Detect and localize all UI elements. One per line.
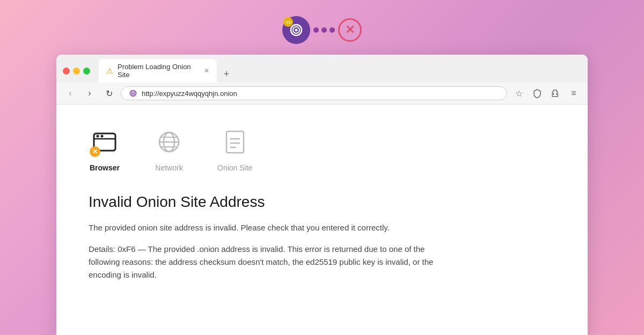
forward-button[interactable]: ›	[82, 86, 97, 101]
toolbar: ‹ › ↻ http://expyuzz4wqqyqhjn.onion ☆	[56, 83, 588, 105]
svg-rect-15	[226, 131, 244, 153]
browser-error-badge: ✕	[90, 146, 100, 157]
url-text: http://expyuzz4wqqyqhjn.onion	[142, 90, 237, 98]
v2-badge: V2	[283, 17, 293, 27]
extensions-button[interactable]	[548, 86, 563, 101]
shield-button[interactable]	[530, 86, 545, 101]
status-item-onion: Onion Site	[217, 126, 252, 172]
network-status-label: Network	[155, 163, 182, 172]
tor-circuit-indicator: V2 ✕	[282, 16, 362, 44]
window-close-button[interactable]	[63, 68, 70, 75]
onion-site-icon	[221, 128, 249, 156]
browser-window: ⚠ Problem Loading Onion Site ✕ + ‹ › ↻ h…	[56, 55, 588, 335]
tab-title: Problem Loading Onion Site	[118, 63, 196, 79]
toolbar-actions: ☆ ≡	[511, 86, 581, 101]
new-tab-button[interactable]: +	[219, 66, 234, 81]
circuit-dot-3	[330, 27, 335, 33]
status-item-network: Network	[153, 126, 185, 172]
menu-button[interactable]: ≡	[566, 86, 581, 101]
network-icon	[155, 128, 183, 156]
window-maximize-button[interactable]	[83, 68, 90, 75]
svg-point-9	[101, 135, 104, 138]
error-title: Invalid Onion Site Address	[89, 193, 555, 211]
status-icons: ✕ Browser Network	[89, 126, 555, 172]
browser-icon-wrap: ✕	[89, 126, 121, 158]
tab-bar: ⚠ Problem Loading Onion Site ✕ +	[99, 59, 581, 83]
svg-point-8	[97, 135, 99, 138]
tor-onion-icon: V2	[282, 16, 310, 44]
title-bar: ⚠ Problem Loading Onion Site ✕ +	[56, 55, 588, 83]
circuit-error-icon: ✕	[338, 18, 362, 42]
error-description: The provided onion site address is inval…	[89, 221, 453, 234]
window-controls	[63, 68, 90, 75]
error-details: Details: 0xF6 — The provided .onion addr…	[89, 243, 453, 281]
onion-address-icon	[129, 89, 137, 98]
svg-point-5	[133, 93, 134, 94]
circuit-dot-1	[313, 27, 319, 33]
page-content: ✕ Browser Network	[56, 105, 588, 308]
reload-button[interactable]: ↻	[101, 86, 116, 101]
active-tab[interactable]: ⚠ Problem Loading Onion Site ✕	[99, 59, 217, 83]
address-bar[interactable]: http://expyuzz4wqqyqhjn.onion	[121, 86, 507, 100]
svg-point-2	[295, 29, 298, 32]
network-icon-wrap	[153, 126, 185, 158]
bookmark-button[interactable]: ☆	[511, 86, 526, 101]
circuit-dots	[313, 27, 335, 33]
onion-site-status-label: Onion Site	[217, 163, 252, 172]
tab-close-button[interactable]: ✕	[204, 67, 209, 75]
onion-site-icon-wrap	[219, 126, 251, 158]
status-item-browser: ✕ Browser	[89, 126, 121, 172]
tab-warning-icon: ⚠	[106, 66, 113, 75]
browser-status-label: Browser	[90, 163, 120, 172]
circuit-dot-2	[321, 27, 327, 33]
window-minimize-button[interactable]	[73, 68, 80, 75]
back-button[interactable]: ‹	[63, 86, 78, 101]
